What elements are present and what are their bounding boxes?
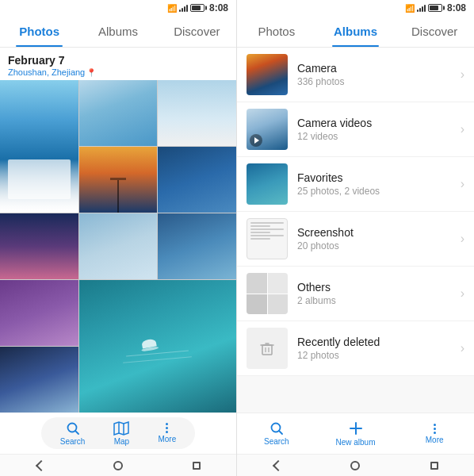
ss-line-5 bbox=[250, 235, 284, 236]
tab-photos-left[interactable]: Photos bbox=[0, 16, 78, 47]
signal-icon bbox=[179, 4, 188, 12]
ss-line-6 bbox=[250, 238, 270, 240]
photo-cell-13[interactable] bbox=[0, 347, 78, 413]
tab-albums-left[interactable]: Albums bbox=[78, 16, 157, 47]
nav-map-left[interactable]: Map bbox=[107, 421, 136, 446]
recents-button-right[interactable] bbox=[426, 457, 443, 474]
others-cell-4 bbox=[268, 294, 289, 315]
svg-line-11 bbox=[279, 431, 282, 434]
album-thumb-screenshot bbox=[247, 218, 288, 259]
album-thumb-deleted bbox=[247, 328, 288, 369]
play-overlay-videos bbox=[250, 134, 262, 147]
album-thumb-others bbox=[247, 273, 288, 314]
bottom-nav-left: Search Map More bbox=[0, 413, 236, 454]
album-item-deleted[interactable]: Recently deleted 12 photos › bbox=[237, 321, 474, 376]
ss-line-3 bbox=[250, 228, 284, 230]
tab-discover-right[interactable]: Discover bbox=[395, 16, 474, 47]
dot-3 bbox=[434, 432, 436, 434]
svg-marker-2 bbox=[114, 422, 128, 435]
album-item-camera[interactable]: Camera 336 photos › bbox=[237, 48, 474, 102]
photo-cell-3[interactable] bbox=[158, 80, 236, 146]
nav-more-label-left: More bbox=[158, 435, 176, 443]
dot-1 bbox=[434, 424, 436, 426]
status-bar-left: 📶 8:08 bbox=[0, 0, 236, 16]
nav-search-left[interactable]: Search bbox=[54, 421, 92, 446]
photo-cell-2[interactable] bbox=[79, 80, 158, 146]
nav-search-label-left: Search bbox=[60, 437, 86, 446]
album-item-videos[interactable]: Camera videos 12 videos › bbox=[237, 102, 474, 157]
tab-discover-left[interactable]: Discover bbox=[158, 16, 236, 47]
svg-line-1 bbox=[75, 431, 78, 434]
status-icons-left: 📶 8:08 bbox=[167, 2, 228, 13]
photo-cell-5[interactable] bbox=[158, 147, 236, 213]
album-thumb-camera bbox=[247, 54, 288, 95]
sys-nav-left bbox=[0, 454, 236, 476]
sys-nav-right bbox=[237, 454, 474, 476]
right-panel: 📶 8:08 Photos Albums Discover bbox=[237, 0, 474, 476]
date-header: February 7 Zhoushan, Zhejiang 📍 bbox=[0, 48, 236, 80]
map-icon-left bbox=[113, 421, 129, 436]
pin-icon: 📍 bbox=[86, 68, 96, 77]
chevron-videos: › bbox=[461, 122, 464, 136]
nav-search-right[interactable]: Search bbox=[237, 421, 316, 446]
home-button-right[interactable] bbox=[346, 457, 364, 474]
time-right: 8:08 bbox=[447, 2, 466, 13]
tab-photos-right[interactable]: Photos bbox=[237, 16, 316, 47]
bottom-nav-right: Search New album More bbox=[237, 413, 474, 454]
album-info-camera: Camera 336 photos bbox=[288, 62, 457, 87]
album-thumb-videos bbox=[247, 109, 288, 150]
nav-more-right[interactable]: More bbox=[395, 424, 474, 444]
chevron-deleted: › bbox=[461, 341, 464, 355]
more-icon-left bbox=[166, 423, 168, 433]
nav-new-album[interactable]: New album bbox=[316, 420, 396, 447]
more-icon-right bbox=[434, 424, 436, 434]
others-cell-1 bbox=[247, 273, 267, 294]
wifi-icon-right: 📶 bbox=[405, 4, 415, 13]
photo-grid bbox=[0, 80, 236, 413]
album-item-favorites[interactable]: Favorites 25 photos, 2 videos › bbox=[237, 157, 474, 212]
chevron-camera: › bbox=[461, 67, 464, 82]
left-nav-container: Search Map More bbox=[41, 417, 195, 449]
album-name-favorites: Favorites bbox=[297, 171, 457, 184]
chevron-favorites: › bbox=[461, 177, 464, 191]
photo-cell-9[interactable] bbox=[0, 280, 78, 346]
status-icons-right: 📶 8:08 bbox=[405, 2, 466, 13]
nav-more-left[interactable]: More bbox=[151, 423, 182, 443]
photo-cell-4[interactable] bbox=[79, 147, 158, 213]
search-icon-left bbox=[66, 421, 80, 436]
battery-icon-right bbox=[428, 4, 442, 12]
album-info-others: Others 2 albums bbox=[288, 281, 457, 306]
boat-overlay bbox=[141, 339, 156, 349]
location-text: Zhoushan, Zhejiang bbox=[8, 67, 85, 77]
back-button-right[interactable] bbox=[268, 457, 285, 474]
date-title: February 7 bbox=[8, 54, 228, 67]
recents-button-left[interactable] bbox=[188, 457, 205, 474]
add-icon-right bbox=[348, 420, 364, 436]
nav-new-album-label: New album bbox=[335, 438, 375, 447]
date-location: Zhoushan, Zhejiang 📍 bbox=[8, 67, 228, 77]
ss-line-2 bbox=[250, 225, 270, 227]
photo-cell-7[interactable] bbox=[79, 213, 158, 279]
tab-albums-right[interactable]: Albums bbox=[316, 16, 396, 47]
photo-cell-boat[interactable] bbox=[79, 280, 236, 413]
photo-cell-8[interactable] bbox=[158, 213, 236, 279]
album-name-deleted: Recently deleted bbox=[297, 336, 457, 348]
photo-cell-1[interactable] bbox=[0, 80, 78, 213]
album-info-screenshot: Screenshot 20 photos bbox=[288, 226, 457, 251]
album-item-screenshot[interactable]: Screenshot 20 photos › bbox=[237, 212, 474, 267]
album-item-others[interactable]: Others 2 albums › bbox=[237, 267, 474, 321]
album-name-camera: Camera bbox=[297, 62, 457, 75]
album-count-others: 2 albums bbox=[297, 295, 457, 306]
nav-search-label-right: Search bbox=[264, 437, 289, 446]
battery-icon bbox=[190, 4, 205, 12]
left-panel: 📶 8:08 Photos Albums Discover bbox=[0, 0, 237, 476]
back-button-left[interactable] bbox=[31, 457, 48, 474]
others-cell-3 bbox=[247, 294, 267, 315]
home-button-left[interactable] bbox=[109, 457, 127, 474]
album-name-others: Others bbox=[297, 281, 457, 294]
tab-bar-right: Photos Albums Discover bbox=[237, 16, 474, 48]
chevron-others: › bbox=[461, 286, 464, 301]
status-bar-right: 📶 8:08 bbox=[237, 0, 474, 16]
album-info-deleted: Recently deleted 12 photos bbox=[288, 336, 457, 361]
photo-cell-6[interactable] bbox=[0, 213, 78, 279]
